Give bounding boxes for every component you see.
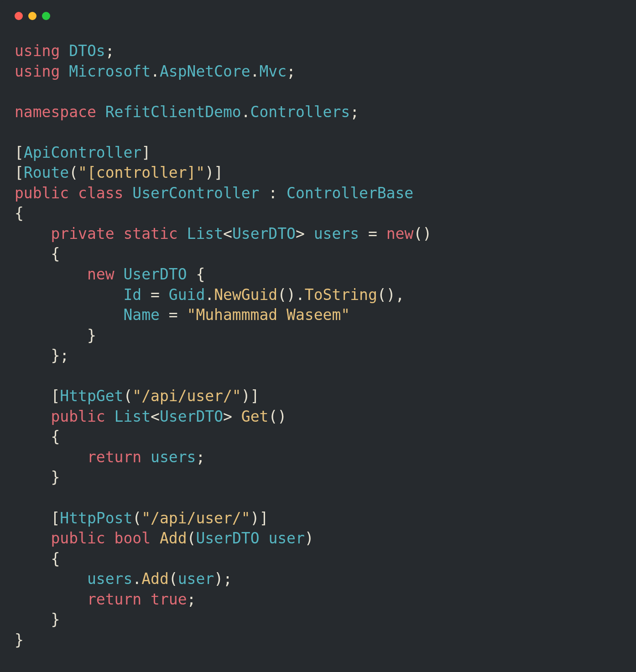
code-token xyxy=(115,225,124,243)
code-line xyxy=(15,82,621,102)
code-token: < xyxy=(223,225,232,243)
code-line: [ApiController] xyxy=(15,143,621,163)
code-token: . xyxy=(151,62,160,80)
code-line: return users; xyxy=(15,447,621,468)
code-token: user xyxy=(268,529,304,547)
code-line: using Microsoft.AspNetCore.Mvc; xyxy=(15,62,621,82)
code-window: using DTOs;using Microsoft.AspNetCore.Mv… xyxy=(0,0,636,672)
code-token: true xyxy=(151,590,187,608)
code-token: Add xyxy=(160,529,187,547)
code-token: Name xyxy=(123,306,159,324)
code-token: Add xyxy=(141,570,169,588)
code-token xyxy=(15,408,51,425)
code-token: }; xyxy=(15,346,69,364)
code-token xyxy=(15,286,123,304)
code-token: "/api/user/" xyxy=(141,509,250,527)
code-token: [ xyxy=(15,509,60,527)
code-token xyxy=(69,184,78,202)
code-token xyxy=(60,62,69,80)
code-token: Controllers xyxy=(250,103,350,121)
code-token: public xyxy=(51,529,105,547)
code-token: ( xyxy=(123,387,132,405)
code-token xyxy=(60,42,69,60)
code-token: private xyxy=(51,225,114,243)
code-token: UserDTO xyxy=(160,408,223,425)
code-token: users xyxy=(314,225,359,243)
code-token: new xyxy=(386,225,414,243)
code-token xyxy=(15,529,51,547)
code-token: } xyxy=(15,610,60,628)
code-token: ] xyxy=(141,144,151,161)
code-token: { xyxy=(15,550,60,568)
code-line: public class UserController : Controller… xyxy=(15,183,621,204)
code-token: . xyxy=(205,286,214,304)
code-token: )] xyxy=(205,164,223,181)
code-token: Route xyxy=(24,164,69,181)
code-line: } xyxy=(15,610,621,630)
code-token: { xyxy=(15,428,60,445)
minimize-icon[interactable] xyxy=(28,12,36,20)
code-token: RefitClientDemo xyxy=(105,103,241,121)
code-token: )] xyxy=(241,387,260,405)
maximize-icon[interactable] xyxy=(42,12,50,20)
code-token: UserController xyxy=(132,184,259,202)
code-token: { xyxy=(187,265,205,283)
code-line: new UserDTO { xyxy=(15,264,621,285)
code-token xyxy=(115,265,124,283)
code-line: using DTOs; xyxy=(15,41,621,62)
code-token xyxy=(178,225,187,243)
code-token: () xyxy=(268,408,287,425)
code-token: new xyxy=(87,265,115,283)
code-token: ; xyxy=(187,590,196,608)
code-token: ApiController xyxy=(24,144,141,161)
code-line: [Route("[controller]")] xyxy=(15,163,621,183)
code-token: HttpPost xyxy=(60,509,132,527)
code-token: [ xyxy=(15,387,60,405)
code-token: List xyxy=(187,225,223,243)
code-line: Id = Guid.NewGuid().ToString(), xyxy=(15,285,621,305)
code-token: using xyxy=(15,42,60,60)
code-token xyxy=(141,590,151,608)
code-token xyxy=(141,448,151,466)
code-line: } xyxy=(15,467,621,488)
code-line: users.Add(user); xyxy=(15,569,621,589)
code-editor-content: using DTOs;using Microsoft.AspNetCore.Mv… xyxy=(0,27,636,665)
code-token: } xyxy=(15,468,60,486)
code-token: : xyxy=(259,184,287,202)
code-token: user xyxy=(178,570,214,588)
code-line: public List<UserDTO> Get() xyxy=(15,407,621,427)
code-token xyxy=(15,590,87,608)
code-token: = xyxy=(359,225,386,243)
code-token: ; xyxy=(350,103,359,121)
code-line: }; xyxy=(15,346,621,366)
code-line: [HttpGet("/api/user/")] xyxy=(15,386,621,407)
code-token: = xyxy=(141,286,169,304)
code-line: namespace RefitClientDemo.Controllers; xyxy=(15,102,621,123)
code-token: public xyxy=(15,184,69,202)
code-token: "/api/user/" xyxy=(132,387,241,405)
code-token: "[controller]" xyxy=(78,164,205,181)
code-token: ) xyxy=(305,529,314,547)
code-line: } xyxy=(15,630,621,651)
code-token: (). xyxy=(277,286,305,304)
code-line xyxy=(15,366,621,387)
code-token: return xyxy=(87,590,141,608)
code-token xyxy=(105,529,115,547)
code-token: UserDTO xyxy=(196,529,259,547)
code-token: < xyxy=(151,408,160,425)
code-line: return true; xyxy=(15,589,621,610)
close-icon[interactable] xyxy=(15,12,23,20)
code-token: AspNetCore xyxy=(160,62,250,80)
code-token: ; xyxy=(105,42,115,60)
code-token: users xyxy=(151,448,196,466)
code-token xyxy=(105,408,115,425)
code-line xyxy=(15,122,621,143)
code-token: } xyxy=(15,326,96,344)
code-token: } xyxy=(15,631,24,649)
code-token: namespace xyxy=(15,103,96,121)
code-line: { xyxy=(15,244,621,264)
code-line: public bool Add(UserDTO user) xyxy=(15,528,621,549)
code-token: Microsoft xyxy=(69,62,151,80)
code-token xyxy=(15,570,87,588)
code-token: Mvc xyxy=(259,62,287,80)
